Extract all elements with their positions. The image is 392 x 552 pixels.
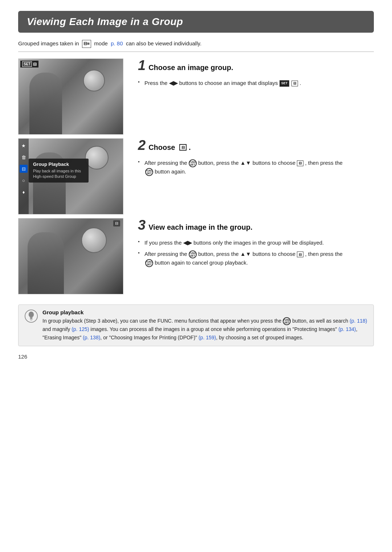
s2-func-icon-1: FUNCSET xyxy=(189,159,197,167)
step-1-bullet-1: Press the ◀▶ buttons to choose an image … xyxy=(138,79,374,87)
step-1-bullets: Press the ◀▶ buttons to choose an image … xyxy=(138,79,374,87)
step-2-bullets: After pressing the FUNCSET button, press… xyxy=(138,159,374,176)
s1-set-inline: SET xyxy=(279,80,290,87)
note-box: Group playback In group playback (Step 3… xyxy=(18,304,374,346)
step-2-image: ★ 🗑 ⊟ ○ ♦ Group Playback Play back all i… xyxy=(18,138,123,214)
s1b1-dot: . xyxy=(300,80,301,86)
s1b1-before: Press the xyxy=(144,80,169,86)
intro-line: Grouped images taken in ⊟⊞ mode p. 80 ca… xyxy=(18,39,374,48)
step-3-heading: View each image in the group. xyxy=(148,222,252,232)
note-func-icon: FUNCSET xyxy=(283,317,291,325)
sidebar-icon-selected: ⊟ xyxy=(20,165,28,173)
note-title: Group playback xyxy=(42,309,368,315)
photo-ball-3 xyxy=(81,228,107,253)
step-2-heading: Choose ⊟ . xyxy=(148,143,191,152)
sidebar-icons: ★ 🗑 ⊟ ○ ♦ xyxy=(19,139,29,214)
page-title: Viewing Each Image in a Group xyxy=(27,16,365,28)
sidebar-icon-4: ○ xyxy=(20,176,28,184)
step-1-content: 1 Choose an image group. Press the ◀▶ bu… xyxy=(138,58,374,90)
step-1-image-col: SET ⊟ xyxy=(18,58,127,135)
note-link-159[interactable]: (p. 159) xyxy=(199,335,216,340)
svg-rect-3 xyxy=(30,318,32,319)
s2-func-icon-2: FUNCSET xyxy=(145,168,153,176)
step-2-row: ★ 🗑 ⊟ ○ ♦ Group Playback Play back all i… xyxy=(18,138,374,214)
svg-rect-2 xyxy=(30,318,32,319)
note-link-138[interactable]: (p. 138) xyxy=(83,335,100,340)
burst-icon-1: ⊟ xyxy=(33,62,37,67)
step-1-image: SET ⊟ xyxy=(18,58,123,135)
step-1-number: 1 xyxy=(138,58,146,72)
note-content: Group playback In group playback (Step 3… xyxy=(42,309,368,342)
note-body: In group playback (Step 3 above), you ca… xyxy=(42,317,368,342)
step-1-row: SET ⊟ 1 Choose an image group. Press the… xyxy=(18,58,374,135)
step-3-bullet-2: After pressing the FUNCSET button, press… xyxy=(138,250,374,267)
s1b1-after: buttons to choose an image that displays xyxy=(179,80,279,86)
step-3-image-col: ⊟ xyxy=(18,218,127,294)
step-2-image-col: ★ 🗑 ⊟ ○ ♦ Group Playback Play back all i… xyxy=(18,138,127,214)
step-3-badge: ⊟ xyxy=(113,220,120,226)
s1-lr-arrows: ◀▶ xyxy=(169,80,178,86)
note-link-125[interactable]: (p. 125) xyxy=(72,326,89,332)
step-2-bullet-1: After pressing the FUNCSET button, press… xyxy=(138,159,374,176)
sidebar-icon-2: 🗑 xyxy=(20,153,28,161)
s3-ud-arrows: ▲▼ xyxy=(240,251,251,257)
s3-func-icon-2: FUNCSET xyxy=(145,259,153,267)
menu-popup: Group Playback Play back all images in t… xyxy=(29,159,89,183)
photo-ball-1 xyxy=(83,70,105,91)
steps-area: SET ⊟ 1 Choose an image group. Press the… xyxy=(18,58,374,298)
step-3-bullets: If you press the ◀▶ buttons only the ima… xyxy=(138,238,374,267)
s3-lr-arrows: ◀▶ xyxy=(183,240,192,246)
step-2-number: 2 xyxy=(138,138,146,152)
s3-group-icon: ⊟ xyxy=(297,252,303,257)
page-title-box: Viewing Each Image in a Group xyxy=(18,11,374,33)
intro-text-before: Grouped images taken in xyxy=(18,40,79,46)
photo-person-1 xyxy=(29,73,62,134)
step-3-row: ⊟ 3 View each image in the group. If you… xyxy=(18,218,374,294)
section-divider xyxy=(18,52,374,52)
note-icon-wrap xyxy=(24,309,38,323)
lightbulb-icon xyxy=(25,310,38,323)
step-3-bullet-1: If you press the ◀▶ buttons only the ima… xyxy=(138,238,374,247)
s2-ud-arrows: ▲▼ xyxy=(240,160,251,166)
menu-popup-desc: Play back all images in this High-speed … xyxy=(33,168,84,180)
step-2-heading-icon: ⊟ xyxy=(179,144,187,151)
menu-popup-title: Group Playback xyxy=(33,161,84,167)
step-3-image: ⊟ xyxy=(18,218,123,294)
step-3-content: 3 View each image in the group. If you p… xyxy=(138,218,374,270)
intro-text-mode: mode xyxy=(94,40,108,46)
note-link-118[interactable]: (p. 118) xyxy=(350,318,367,324)
s1-group-icon: ⊟ xyxy=(291,81,298,86)
intro-link[interactable]: p. 80 xyxy=(111,40,123,46)
step-2-content: 2 Choose ⊟ . After pressing the FUNCSET … xyxy=(138,138,374,179)
photo-person-3 xyxy=(28,232,64,294)
svg-point-1 xyxy=(29,311,34,317)
s3-func-icon-1: FUNCSET xyxy=(189,250,197,258)
step-3-number: 3 xyxy=(138,218,146,232)
set-icon-1: SET xyxy=(22,61,32,67)
sidebar-icon-1: ★ xyxy=(20,142,28,150)
intro-text-end: can also be viewed individually. xyxy=(126,40,201,46)
sidebar-icon-5: ♦ xyxy=(20,188,28,196)
step-1-set-badge: SET ⊟ xyxy=(20,61,38,68)
s2-group-icon: ⊟ xyxy=(297,160,303,166)
page-number: 126 xyxy=(18,353,374,360)
step-1-heading: Choose an image group. xyxy=(148,63,233,72)
mode-icon: ⊟⊞ xyxy=(82,40,91,48)
note-link-134[interactable]: (p. 134) xyxy=(338,326,356,332)
